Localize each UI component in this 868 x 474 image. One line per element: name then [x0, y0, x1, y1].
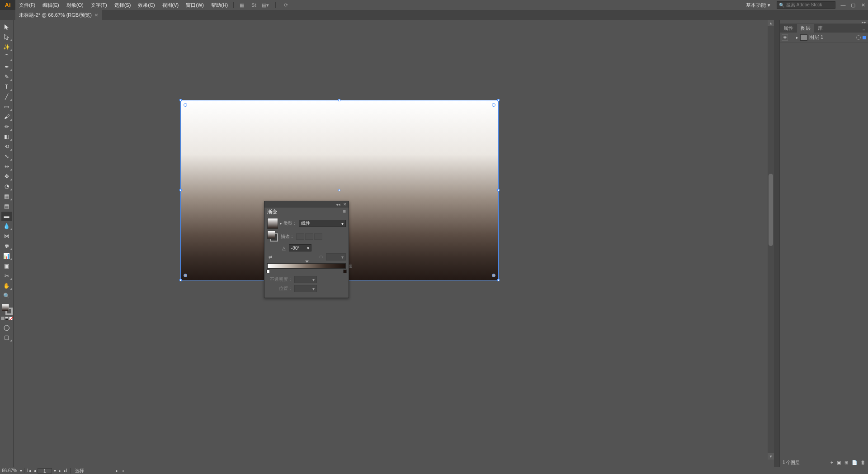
gradient-ramp[interactable]: [267, 263, 346, 269]
gradient-stop-left[interactable]: [266, 270, 270, 273]
panel-menu-icon[interactable]: ≡: [860, 27, 868, 33]
color-mode-solid[interactable]: [1, 317, 5, 320]
lasso-tool[interactable]: ⌒: [1, 52, 12, 62]
paintbrush-tool[interactable]: 🖌: [1, 112, 12, 121]
workspace-switcher[interactable]: 基本功能 ▾: [742, 2, 774, 9]
eraser-tool[interactable]: ◧: [1, 132, 12, 141]
live-corner-widget[interactable]: [184, 274, 187, 277]
next-artboard-button[interactable]: ▸: [58, 468, 62, 473]
locate-object-icon[interactable]: ⌖: [830, 460, 833, 465]
arrange-icon[interactable]: ▤▾: [262, 1, 269, 9]
prev-artboard-button[interactable]: ◂: [33, 468, 37, 473]
gradient-stop-right[interactable]: [343, 270, 347, 273]
swatch-dropdown-icon[interactable]: ▾: [280, 222, 282, 226]
tab-properties[interactable]: 属性: [780, 24, 797, 33]
color-mode-none[interactable]: [9, 317, 13, 320]
scroll-up-arrow[interactable]: ▲: [768, 20, 774, 26]
menu-type[interactable]: 文字(T): [87, 0, 111, 10]
angle-input[interactable]: -90° ▾: [289, 244, 311, 251]
menu-object[interactable]: 对象(O): [63, 0, 87, 10]
panel-header[interactable]: ◂◂ ✕: [264, 201, 349, 208]
panel-menu-icon[interactable]: ≡: [343, 209, 346, 214]
line-tool[interactable]: ╱: [1, 92, 12, 101]
rectangle-tool[interactable]: ▭: [1, 102, 12, 111]
fill-mini-swatch[interactable]: [267, 231, 275, 239]
rotate-tool[interactable]: ⟲: [1, 142, 12, 151]
menu-edit[interactable]: 编辑(E): [39, 0, 63, 10]
curvature-tool[interactable]: ✎: [1, 72, 12, 81]
fill-stroke-swatches[interactable]: [1, 303, 13, 315]
scroll-left-icon[interactable]: ◂: [118, 468, 124, 473]
pen-tool[interactable]: ✒: [1, 62, 12, 71]
delete-stop-icon[interactable]: 🗑: [349, 263, 353, 268]
artboard-number[interactable]: 1: [38, 468, 52, 474]
close-button[interactable]: ✕: [858, 0, 868, 10]
gpu-icon[interactable]: ⟳: [282, 1, 289, 9]
layer-row[interactable]: 👁 ▸ 图层 1: [780, 33, 868, 43]
panel-tab-gradient[interactable]: 渐变: [267, 209, 277, 214]
new-layer-icon[interactable]: 📄: [852, 460, 857, 465]
menu-view[interactable]: 视图(V): [159, 0, 183, 10]
live-corner-widget[interactable]: [184, 103, 187, 107]
minimize-button[interactable]: —: [838, 0, 848, 10]
screen-mode[interactable]: ▢: [1, 333, 12, 342]
collapse-icon[interactable]: ◂◂: [336, 202, 340, 207]
tab-libraries[interactable]: 库: [814, 24, 826, 33]
stroke-across-button[interactable]: [314, 233, 322, 240]
layer-name[interactable]: 图层 1: [809, 34, 823, 41]
gradient-editor[interactable]: 🗑: [267, 263, 346, 273]
gradient-type-select[interactable]: 线性 ▾: [299, 220, 346, 227]
delete-layer-icon[interactable]: 🗑: [861, 460, 865, 465]
mesh-tool[interactable]: ▤: [1, 202, 12, 211]
zoom-tool[interactable]: 🔍: [1, 291, 12, 300]
shaper-tool[interactable]: ✏: [1, 122, 12, 131]
scroll-thumb[interactable]: [769, 174, 773, 246]
scroll-down-arrow[interactable]: ▼: [768, 453, 774, 460]
menu-help[interactable]: 帮助(H): [208, 0, 231, 10]
fill-stroke-mini[interactable]: [267, 231, 279, 242]
menu-select[interactable]: 选择(S): [111, 0, 135, 10]
tab-layers[interactable]: 图层: [797, 24, 814, 33]
free-transform-tool[interactable]: ✥: [1, 172, 12, 181]
stroke-along-button[interactable]: [305, 233, 313, 240]
target-icon[interactable]: [856, 35, 861, 40]
gradient-tool[interactable]: ▬: [1, 212, 12, 221]
expand-layer-icon[interactable]: ▸: [796, 35, 798, 40]
menu-window[interactable]: 窗口(W): [182, 0, 208, 10]
stock-icon[interactable]: St: [250, 1, 257, 9]
scale-tool[interactable]: ⤡: [1, 152, 12, 161]
reverse-gradient-icon[interactable]: ⇄: [267, 254, 274, 260]
collapse-dock-icon[interactable]: ▸▸: [862, 20, 866, 24]
last-artboard-button[interactable]: ▸I: [63, 468, 68, 473]
blend-tool[interactable]: ⋈: [1, 232, 12, 241]
menu-file[interactable]: 文件(F): [15, 0, 39, 10]
stroke-within-button[interactable]: [296, 233, 304, 240]
slice-tool[interactable]: ✂: [1, 271, 12, 280]
width-tool[interactable]: ⇔: [1, 162, 12, 171]
perspective-tool[interactable]: ▦: [1, 192, 12, 201]
vertical-scrollbar[interactable]: ▲ ▼: [768, 20, 774, 460]
live-corner-widget[interactable]: [492, 103, 495, 107]
draw-mode-normal[interactable]: ◯: [1, 323, 12, 332]
magic-wand-tool[interactable]: ✨: [1, 43, 12, 52]
color-mode-gradient[interactable]: [5, 317, 9, 320]
dock-strip[interactable]: [774, 20, 779, 467]
live-corner-widget[interactable]: [492, 274, 495, 277]
make-clipping-mask-icon[interactable]: ▣: [837, 460, 841, 465]
gradient-midpoint[interactable]: [305, 261, 309, 263]
menu-effect[interactable]: 效果(C): [134, 0, 158, 10]
canvas[interactable]: ◂◂ ✕ 渐变 ≡ ▾ 类型： 线性 ▾: [14, 20, 774, 467]
gradient-panel[interactable]: ◂◂ ✕ 渐变 ≡ ▾ 类型： 线性 ▾: [264, 201, 349, 298]
gradient-preview-swatch[interactable]: [267, 218, 278, 229]
hand-tool[interactable]: ✋: [1, 281, 12, 290]
symbol-sprayer-tool[interactable]: ✾: [1, 242, 12, 251]
shape-builder-tool[interactable]: ◔: [1, 182, 12, 191]
first-artboard-button[interactable]: I◂: [26, 468, 32, 473]
close-tab-icon[interactable]: ✕: [94, 13, 98, 18]
zoom-display[interactable]: 66.67% ▾: [0, 468, 24, 473]
direct-selection-tool[interactable]: [1, 33, 12, 42]
search-input[interactable]: 🔍 搜索 Adobe Stock: [777, 1, 835, 9]
close-panel-icon[interactable]: ✕: [343, 202, 347, 207]
status-dropdown-icon[interactable]: ▸: [89, 468, 118, 473]
eyedropper-tool[interactable]: 💧: [1, 222, 12, 231]
